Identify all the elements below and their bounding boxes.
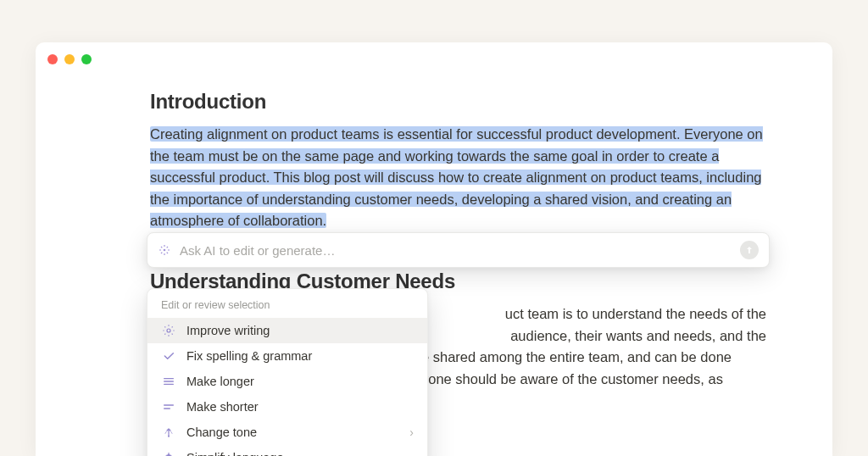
menu-item-simplify-language[interactable]: Simplify language bbox=[147, 445, 427, 456]
longer-icon bbox=[161, 374, 176, 389]
check-icon bbox=[161, 348, 176, 364]
menu-item-label: Improve writing bbox=[186, 324, 414, 337]
section-heading-introduction[interactable]: Introduction bbox=[150, 90, 766, 114]
ai-prompt-input[interactable] bbox=[180, 243, 732, 258]
shorter-icon bbox=[161, 399, 176, 414]
close-window-button[interactable] bbox=[47, 54, 58, 64]
tone-icon bbox=[161, 425, 176, 440]
menu-item-change-tone[interactable]: Change tone › bbox=[147, 420, 427, 445]
selected-text[interactable]: Creating alignment on product teams is e… bbox=[150, 126, 763, 228]
window-controls bbox=[47, 54, 92, 64]
minimize-window-button[interactable] bbox=[64, 54, 75, 64]
submit-button[interactable] bbox=[740, 241, 759, 259]
menu-item-label: Change tone bbox=[186, 425, 399, 439]
improve-icon bbox=[161, 323, 176, 338]
document-content: Introduction Creating alignment on produ… bbox=[150, 90, 766, 232]
menu-item-fix-spelling[interactable]: Fix spelling & grammar bbox=[147, 343, 427, 369]
menu-item-make-longer[interactable]: Make longer bbox=[147, 369, 427, 394]
sparkle-icon bbox=[161, 450, 176, 456]
app-window: Introduction Creating alignment on produ… bbox=[36, 42, 832, 456]
menu-item-improve-writing[interactable]: Improve writing bbox=[147, 318, 427, 343]
menu-item-label: Make shorter bbox=[186, 400, 414, 414]
chevron-right-icon: › bbox=[409, 425, 414, 439]
menu-item-label: Make longer bbox=[186, 375, 414, 388]
menu-item-label: Fix spelling & grammar bbox=[186, 349, 414, 363]
menu-item-make-shorter[interactable]: Make shorter bbox=[147, 394, 427, 420]
svg-point-1 bbox=[167, 329, 170, 332]
ai-actions-menu: Edit or review selection Improve writing… bbox=[147, 288, 428, 456]
svg-point-0 bbox=[164, 249, 166, 252]
intro-paragraph[interactable]: Creating alignment on product teams is e… bbox=[150, 124, 766, 232]
ai-prompt-bar[interactable] bbox=[147, 232, 770, 268]
menu-section-header: Edit or review selection bbox=[147, 296, 427, 318]
sparkle-icon bbox=[158, 243, 171, 257]
menu-item-label: Simplify language bbox=[186, 451, 414, 456]
svg-point-2 bbox=[168, 436, 170, 437]
maximize-window-button[interactable] bbox=[81, 54, 92, 64]
